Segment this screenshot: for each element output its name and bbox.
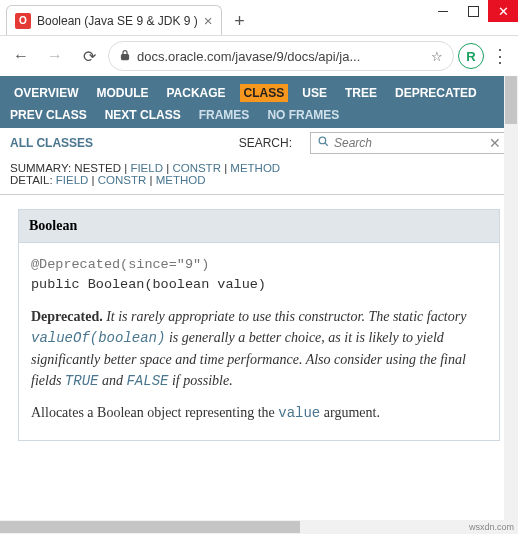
code-valueof[interactable]: valueOf(boolean)	[31, 330, 165, 346]
body-1: Allocates a Boolean object representing …	[31, 405, 278, 420]
reload-button[interactable]: ⟳	[74, 41, 104, 71]
deprecated-text-3: and	[98, 373, 126, 388]
code-value: value	[278, 405, 320, 421]
doc-text: @Deprecated(since="9") public Boolean(bo…	[19, 243, 499, 440]
signature: public Boolean(boolean value)	[31, 277, 266, 292]
favicon: O	[15, 13, 31, 29]
meta-summary: SUMMARY: NESTED | FIELD | CONSTR | METHO…	[0, 158, 518, 195]
summary-nested: NESTED	[74, 162, 121, 174]
search-row: ALL CLASSES SEARCH: ✕	[0, 128, 518, 158]
deprecated-label: Deprecated.	[31, 309, 103, 324]
forward-button[interactable]: →	[40, 41, 70, 71]
maximize-button[interactable]	[458, 0, 488, 22]
watermark: wsxdn.com	[469, 522, 514, 532]
tab-title: Boolean (Java SE 9 & JDK 9 )	[37, 14, 198, 28]
doc-box: Boolean @Deprecated(since="9") public Bo…	[18, 209, 500, 441]
class-name-heading: Boolean	[19, 210, 499, 243]
prev-class-link[interactable]: PREV CLASS	[10, 108, 87, 122]
search-label: SEARCH:	[239, 136, 292, 150]
noframes-link[interactable]: NO FRAMES	[267, 108, 339, 122]
browser-tab[interactable]: O Boolean (Java SE 9 & JDK 9 ) ×	[6, 5, 222, 35]
next-class-link[interactable]: NEXT CLASS	[105, 108, 181, 122]
url-text: docs.oracle.com/javase/9/docs/api/ja...	[137, 49, 425, 64]
close-window-button[interactable]: ✕	[488, 0, 518, 22]
tab-use[interactable]: USE	[298, 84, 331, 102]
close-tab-icon[interactable]: ×	[204, 12, 213, 29]
menu-icon[interactable]: ⋮	[488, 45, 512, 67]
bookmark-icon[interactable]: ☆	[431, 49, 443, 64]
code-false[interactable]: FALSE	[126, 373, 168, 389]
tab-overview[interactable]: OVERVIEW	[10, 84, 82, 102]
vertical-scrollbar[interactable]	[504, 76, 518, 520]
tab-module[interactable]: MODULE	[92, 84, 152, 102]
summary-constr[interactable]: CONSTR	[172, 162, 221, 174]
profile-avatar[interactable]: R	[458, 43, 484, 69]
tab-class[interactable]: CLASS	[240, 84, 289, 102]
summary-field[interactable]: FIELD	[130, 162, 163, 174]
tab-tree[interactable]: TREE	[341, 84, 381, 102]
vertical-scroll-thumb[interactable]	[505, 76, 517, 124]
frames-link[interactable]: FRAMES	[199, 108, 250, 122]
annotation: @Deprecated(since="9")	[31, 257, 209, 272]
javadoc-nav-band: OVERVIEW MODULE PACKAGE CLASS USE TREE D…	[0, 76, 518, 128]
svg-point-1	[319, 137, 326, 144]
detail-constr[interactable]: CONSTR	[98, 174, 147, 186]
body-2: argument.	[320, 405, 380, 420]
address-bar[interactable]: docs.oracle.com/javase/9/docs/api/ja... …	[108, 41, 454, 71]
signature-block: @Deprecated(since="9") public Boolean(bo…	[31, 255, 487, 296]
back-button[interactable]: ←	[6, 41, 36, 71]
deprecated-text-1: It is rarely appropriate to use this con…	[106, 309, 466, 324]
summary-label: SUMMARY:	[10, 162, 71, 174]
titlebar: O Boolean (Java SE 9 & JDK 9 ) × + ✕	[0, 0, 518, 36]
all-classes-link[interactable]: ALL CLASSES	[10, 136, 93, 150]
tab-deprecated[interactable]: DEPRECATED	[391, 84, 481, 102]
lock-icon	[119, 49, 131, 64]
page-content: OVERVIEW MODULE PACKAGE CLASS USE TREE D…	[0, 76, 518, 534]
minimize-button[interactable]	[428, 0, 458, 22]
deprecated-text-4: if possible.	[168, 373, 232, 388]
horizontal-scrollbar[interactable]	[0, 520, 518, 534]
detail-method[interactable]: METHOD	[156, 174, 206, 186]
subnav-row: PREV CLASS NEXT CLASS FRAMES NO FRAMES	[10, 108, 508, 122]
nav-tabs: OVERVIEW MODULE PACKAGE CLASS USE TREE D…	[10, 84, 508, 102]
svg-rect-0	[122, 54, 129, 59]
summary-method[interactable]: METHOD	[230, 162, 280, 174]
new-tab-button[interactable]: +	[226, 7, 254, 35]
search-box[interactable]: ✕	[310, 132, 508, 154]
detail-label: DETAIL:	[10, 174, 53, 186]
detail-field[interactable]: FIELD	[56, 174, 89, 186]
doc-body-area: Boolean @Deprecated(since="9") public Bo…	[0, 195, 518, 465]
search-icon	[317, 134, 330, 152]
window-controls: ✕	[428, 0, 518, 22]
horizontal-scroll-thumb[interactable]	[0, 521, 300, 533]
search-input[interactable]	[334, 136, 485, 150]
tab-package[interactable]: PACKAGE	[162, 84, 229, 102]
svg-line-2	[325, 143, 328, 146]
clear-search-icon[interactable]: ✕	[489, 135, 501, 151]
browser-toolbar: ← → ⟳ docs.oracle.com/javase/9/docs/api/…	[0, 36, 518, 76]
code-true[interactable]: TRUE	[65, 373, 99, 389]
